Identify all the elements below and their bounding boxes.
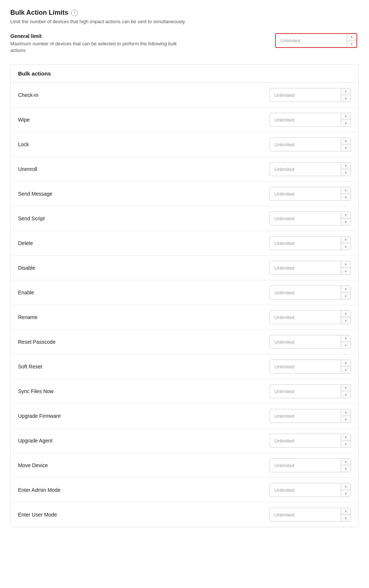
- bulk-action-spinner[interactable]: ∧∨: [270, 286, 351, 300]
- bulk-action-increment[interactable]: ∧: [341, 187, 351, 194]
- bulk-action-name: Check-in: [18, 92, 38, 98]
- bulk-action-decrement[interactable]: ∨: [341, 465, 351, 472]
- bulk-action-increment[interactable]: ∧: [341, 162, 351, 169]
- bulk-action-spinner[interactable]: ∧∨: [270, 434, 351, 448]
- bulk-action-increment[interactable]: ∧: [341, 311, 351, 317]
- bulk-action-increment[interactable]: ∧: [341, 286, 351, 293]
- bulk-action-increment[interactable]: ∧: [341, 434, 351, 441]
- bulk-action-decrement[interactable]: ∨: [341, 441, 351, 447]
- bulk-action-increment[interactable]: ∧: [341, 113, 351, 120]
- bulk-action-name: Soft Reset: [18, 364, 42, 370]
- bulk-action-spinner[interactable]: ∧∨: [270, 261, 351, 275]
- bulk-action-decrement[interactable]: ∨: [341, 194, 351, 200]
- bulk-action-row: Disable∧∨: [11, 256, 358, 280]
- bulk-action-input[interactable]: [270, 262, 341, 274]
- bulk-action-increment[interactable]: ∧: [341, 88, 351, 95]
- bulk-action-increment[interactable]: ∧: [341, 385, 351, 391]
- bulk-action-input[interactable]: [270, 509, 341, 521]
- bulk-action-decrement[interactable]: ∨: [341, 95, 351, 102]
- bulk-action-input[interactable]: [270, 410, 341, 422]
- general-limit-label: General limit: [10, 33, 187, 39]
- bulk-action-increment[interactable]: ∧: [341, 237, 351, 243]
- bulk-action-name: Send Script: [18, 216, 45, 221]
- general-limit-decrement[interactable]: ∨: [347, 41, 356, 47]
- bulk-action-decrement[interactable]: ∨: [341, 490, 351, 497]
- bulk-action-decrement[interactable]: ∨: [341, 391, 351, 398]
- bulk-action-decrement[interactable]: ∨: [341, 416, 351, 423]
- bulk-action-row: Soft Reset∧∨: [11, 354, 358, 379]
- bulk-action-increment[interactable]: ∧: [341, 360, 351, 367]
- bulk-action-spinner[interactable]: ∧∨: [270, 335, 351, 349]
- bulk-action-increment[interactable]: ∧: [341, 483, 351, 490]
- bulk-action-spinner[interactable]: ∧∨: [270, 88, 351, 102]
- page-container: Bulk Action Limits ? Limit the number of…: [0, 0, 369, 588]
- bulk-action-spinner[interactable]: ∧∨: [270, 360, 351, 374]
- bulk-action-decrement[interactable]: ∨: [341, 317, 351, 324]
- bulk-action-spinner[interactable]: ∧∨: [270, 236, 351, 250]
- bulk-action-decrement[interactable]: ∨: [341, 342, 351, 349]
- bulk-action-input[interactable]: [270, 460, 341, 471]
- page-title: Bulk Action Limits: [10, 9, 68, 17]
- bulk-action-name: Rename: [18, 314, 38, 320]
- bulk-action-input[interactable]: [270, 336, 341, 348]
- general-limit-input[interactable]: [276, 35, 347, 46]
- bulk-action-spinner[interactable]: ∧∨: [270, 113, 351, 127]
- bulk-actions-list: Check-in∧∨Wipe∧∨Lock∧∨Unenroll∧∨Send Mes…: [11, 83, 358, 527]
- bulk-action-spinner[interactable]: ∧∨: [270, 211, 351, 225]
- bulk-action-decrement[interactable]: ∨: [341, 268, 351, 274]
- bulk-action-row: Move Device∧∨: [11, 453, 358, 478]
- bulk-action-decrement[interactable]: ∨: [341, 293, 351, 299]
- bulk-action-decrement[interactable]: ∨: [341, 144, 351, 151]
- bulk-action-decrement[interactable]: ∨: [341, 120, 351, 126]
- bulk-action-arrows: ∧∨: [341, 88, 351, 102]
- bulk-action-input[interactable]: [270, 386, 341, 397]
- bulk-action-row: Enable∧∨: [11, 280, 358, 305]
- bulk-action-increment[interactable]: ∧: [341, 212, 351, 218]
- bulk-action-name: Enter Admin Mode: [18, 487, 60, 493]
- bulk-action-decrement[interactable]: ∨: [341, 367, 351, 373]
- bulk-action-name: Disable: [18, 265, 35, 271]
- bulk-action-spinner[interactable]: ∧∨: [270, 137, 351, 151]
- bulk-action-input[interactable]: [270, 435, 341, 447]
- general-limit-increment[interactable]: ∧: [347, 34, 356, 41]
- bulk-action-decrement[interactable]: ∨: [341, 243, 351, 250]
- help-icon[interactable]: ?: [71, 10, 78, 16]
- bulk-action-input[interactable]: [270, 114, 341, 126]
- bulk-action-increment[interactable]: ∧: [341, 508, 351, 515]
- bulk-action-row: Sync Files Now∧∨: [11, 379, 358, 404]
- bulk-action-input[interactable]: [270, 312, 341, 323]
- bulk-action-decrement[interactable]: ∨: [341, 169, 351, 176]
- bulk-action-spinner[interactable]: ∧∨: [270, 483, 351, 497]
- bulk-action-input[interactable]: [270, 164, 341, 175]
- bulk-action-input[interactable]: [270, 484, 341, 496]
- bulk-action-decrement[interactable]: ∨: [341, 218, 351, 225]
- bulk-action-arrows: ∧∨: [341, 409, 351, 423]
- bulk-action-decrement[interactable]: ∨: [341, 515, 351, 521]
- bulk-action-arrows: ∧∨: [341, 212, 351, 225]
- bulk-action-row: Enter User Mode∧∨: [11, 503, 358, 527]
- bulk-action-input[interactable]: [270, 361, 341, 372]
- bulk-action-input[interactable]: [270, 287, 341, 298]
- page-subtitle: Limit the number of devices that high im…: [10, 19, 359, 24]
- bulk-action-increment[interactable]: ∧: [341, 138, 351, 144]
- bulk-action-input[interactable]: [270, 139, 341, 150]
- bulk-action-name: Enter User Mode: [18, 512, 57, 518]
- bulk-action-spinner[interactable]: ∧∨: [270, 162, 351, 176]
- bulk-action-increment[interactable]: ∧: [341, 409, 351, 416]
- bulk-action-arrows: ∧∨: [341, 286, 351, 299]
- bulk-action-spinner[interactable]: ∧∨: [270, 384, 351, 398]
- bulk-action-name: Lock: [18, 141, 29, 147]
- bulk-action-increment[interactable]: ∧: [341, 459, 351, 465]
- bulk-action-input[interactable]: [270, 90, 341, 101]
- bulk-action-increment[interactable]: ∧: [341, 335, 351, 342]
- bulk-action-increment[interactable]: ∧: [341, 261, 351, 268]
- bulk-action-spinner[interactable]: ∧∨: [270, 310, 351, 324]
- bulk-action-spinner[interactable]: ∧∨: [270, 508, 351, 522]
- bulk-action-input[interactable]: [270, 213, 341, 224]
- bulk-action-spinner[interactable]: ∧∨: [270, 409, 351, 423]
- bulk-action-spinner[interactable]: ∧∨: [270, 458, 351, 472]
- bulk-action-input[interactable]: [270, 238, 341, 249]
- general-limit-spinner[interactable]: ∧ ∨: [275, 33, 357, 48]
- bulk-action-input[interactable]: [270, 188, 341, 200]
- bulk-action-spinner[interactable]: ∧∨: [270, 187, 351, 201]
